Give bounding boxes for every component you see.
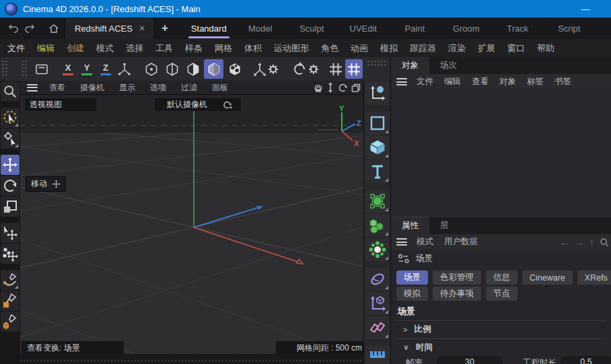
layout-tab[interactable]: Track (492, 17, 544, 39)
selection-move-tool[interactable] (1, 223, 20, 243)
toggle-panel-icon[interactable] (351, 83, 361, 92)
parent-up-icon[interactable]: ↑ (589, 237, 594, 248)
history-back-icon[interactable]: ← (560, 237, 569, 248)
menu-item[interactable]: 网格 (209, 39, 238, 57)
live-selection-tool[interactable] (1, 108, 20, 128)
zoom-view-icon[interactable] (326, 82, 334, 93)
asset-axis-button[interactable] (365, 82, 390, 105)
menu-item[interactable]: 运动图形 (268, 39, 315, 57)
spline-pen-tool[interactable] (1, 270, 20, 290)
om-menu-item[interactable]: 查看 (466, 73, 494, 91)
points-mode-button[interactable] (141, 59, 161, 79)
object-list-area[interactable] (391, 89, 611, 217)
am-menu-item[interactable]: 用户数据 (439, 233, 483, 251)
menu-item[interactable]: 渲染 (442, 39, 472, 57)
toolbar-grip[interactable] (1, 60, 8, 78)
dock-divider-dots[interactable] (20, 360, 363, 361)
rotate-tool[interactable] (1, 176, 20, 196)
subdivision-surface-button[interactable] (365, 190, 390, 213)
menu-item[interactable]: 样条 (179, 39, 209, 57)
toolbar-grip[interactable] (21, 60, 27, 78)
viewport-menu-item[interactable]: 面板 (205, 82, 236, 94)
om-menu-item[interactable]: 文件 (411, 73, 439, 91)
am-tab-button[interactable]: 色彩管理 (433, 270, 481, 285)
om-menu-item[interactable]: 对象 (494, 73, 522, 91)
menu-item[interactable]: 体积 (238, 39, 268, 57)
text-spline-button[interactable] (365, 160, 390, 183)
menu-item[interactable]: 跟踪器 (404, 39, 442, 57)
camera-switch-icon[interactable] (214, 98, 241, 111)
menu-item[interactable]: 角色 (315, 39, 345, 57)
layout-tab[interactable]: Paint (389, 17, 441, 39)
rotate-view-icon[interactable] (338, 83, 348, 93)
snap-grid-button[interactable] (327, 59, 344, 79)
polygons-mode-button[interactable] (183, 59, 203, 79)
pan-view-icon[interactable] (314, 83, 323, 93)
viewport-hamburger-icon[interactable] (27, 84, 38, 92)
om-menu-item[interactable]: 编辑 (439, 73, 466, 91)
camera-name-label[interactable]: 默认摄像机 (155, 98, 219, 111)
duration-field-input[interactable]: 0.5 (561, 356, 611, 364)
edges-mode-button[interactable] (162, 59, 182, 79)
timeline-ruler-button[interactable] (365, 346, 390, 364)
menu-item[interactable]: 文件 (1, 39, 31, 57)
null-axis-button[interactable] (365, 292, 390, 315)
layout-tab[interactable]: Groom (441, 17, 493, 39)
am-tab-button[interactable]: Cineware (522, 270, 573, 285)
menu-item[interactable]: 模式 (90, 39, 120, 57)
add-tab-button[interactable]: + (156, 17, 174, 39)
menu-item[interactable]: 选择 (120, 39, 149, 57)
viewport-menu-item[interactable]: 查看 (42, 82, 73, 94)
menu-item[interactable]: 编辑 (31, 39, 61, 57)
coordinate-system-button[interactable] (115, 59, 134, 79)
search-commander-button[interactable] (1, 81, 20, 102)
redo-button[interactable] (22, 20, 38, 36)
view-name-label[interactable]: 透视视图 (25, 98, 96, 111)
am-search-icon[interactable] (600, 238, 609, 247)
menu-item[interactable]: 帮助 (531, 39, 561, 57)
fps-field-input[interactable]: 30 (437, 356, 503, 364)
menu-item[interactable]: 模拟 (374, 39, 404, 57)
menu-item[interactable]: 扩展 (472, 39, 501, 57)
am-tab-button[interactable]: 场景 (396, 270, 428, 285)
undo-button[interactable] (5, 20, 22, 36)
manager-tab[interactable]: 层 (429, 217, 460, 234)
mode-toggle-icon[interactable] (398, 254, 410, 264)
document-tab[interactable]: Redshift ACES × (65, 17, 155, 39)
am-tab-button[interactable]: 节点 (486, 287, 517, 301)
menu-item[interactable]: 窗口 (501, 39, 531, 57)
lock-y-axis-button[interactable]: Y (78, 59, 96, 79)
scale-tool[interactable] (1, 196, 20, 217)
layout-tab[interactable]: UVEdit (338, 17, 390, 39)
pen-square-tool[interactable] (1, 291, 20, 311)
menu-item[interactable]: 创建 (61, 39, 90, 57)
lock-z-axis-button[interactable]: Z (97, 59, 114, 79)
toolbar-grip[interactable] (367, 60, 387, 67)
am-tab-button[interactable]: 信息 (486, 270, 517, 285)
home-icon[interactable] (46, 20, 62, 36)
model-mode-button[interactable] (204, 59, 223, 79)
layout-tab[interactable]: Standard (183, 17, 235, 39)
tweak-tool[interactable] (1, 129, 20, 149)
am-tab-button[interactable]: 待办事项 (433, 287, 481, 301)
reset-transform-button[interactable] (291, 59, 322, 79)
manager-tab[interactable]: 对象 (391, 57, 429, 74)
deformer-button[interactable] (365, 268, 390, 291)
texture-mode-button[interactable] (225, 59, 244, 79)
make-editable-button[interactable] (31, 59, 52, 79)
volume-builder-button[interactable] (365, 214, 390, 237)
manager-tab[interactable]: 场次 (429, 57, 468, 74)
history-forward-icon[interactable]: → (575, 237, 584, 248)
pen-cube-tool[interactable] (1, 312, 20, 332)
manager-tab[interactable]: 属性 (391, 217, 429, 234)
layout-tab[interactable]: Sculpt (286, 17, 338, 39)
layout-tab[interactable]: Model (235, 17, 287, 39)
points-move-tool[interactable] (1, 244, 20, 264)
viewport-menu-item[interactable]: 摄像机 (73, 82, 112, 94)
menu-item[interactable]: 动画 (345, 39, 374, 57)
viewport-menu-item[interactable]: 选项 (143, 82, 174, 94)
lock-x-axis-button[interactable]: X (59, 59, 77, 79)
am-hamburger-icon[interactable] (396, 238, 407, 246)
am-tab-button[interactable]: 模拟 (396, 287, 428, 301)
om-menu-item[interactable]: 书签 (549, 73, 577, 91)
